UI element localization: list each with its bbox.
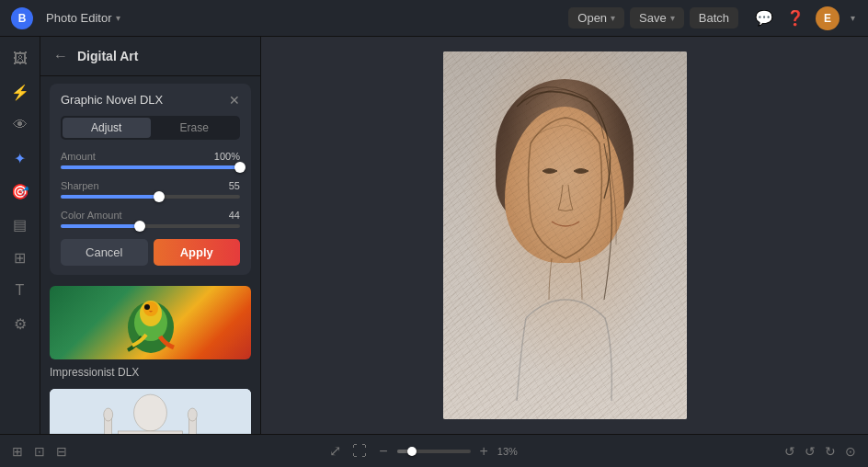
cancel-button[interactable]: Cancel [61, 239, 148, 266]
effect-thumbnail-impressionist [50, 286, 251, 359]
open-chevron-icon: ▾ [611, 13, 615, 23]
list-item[interactable]: Ink Wash DLX [50, 389, 251, 434]
parrot-svg [114, 290, 188, 355]
sharpen-value: 55 [229, 180, 240, 191]
bottom-left: ⊞ ⊡ ⊟ [9, 441, 70, 461]
panel-back-button[interactable]: ← [51, 46, 70, 66]
sidebar-photo-icon[interactable]: 🖼 [6, 44, 35, 74]
history-button[interactable]: ⊙ [842, 441, 859, 461]
amount-label: Amount [61, 151, 96, 162]
svg-point-8 [134, 394, 167, 431]
effect-close-button[interactable]: ✕ [229, 94, 240, 107]
color-amount-slider[interactable] [61, 224, 240, 228]
effect-card: Graphic Novel DLX ✕ Adjust Erase Amount … [50, 84, 251, 275]
zoom-out-button[interactable]: − [375, 441, 391, 461]
amount-slider[interactable] [61, 165, 240, 169]
sidebar-effects-icon[interactable]: ✦ [6, 143, 35, 173]
sidebar-ai-icon[interactable]: 🎯 [6, 177, 35, 206]
effect-list: Impressionist DLX [40, 282, 260, 434]
list-item[interactable]: Impressionist DLX [50, 286, 251, 380]
avatar-chevron-icon[interactable]: ▾ [849, 11, 857, 25]
app-name-button[interactable]: Photo Editor ▾ [40, 8, 126, 28]
sidebar-layers-icon[interactable]: ▤ [6, 210, 35, 239]
sharpen-slider-thumb[interactable] [154, 191, 165, 202]
amount-slider-row: Amount 100% [61, 151, 240, 162]
icon-sidebar: 🖼 ⚡ 👁 ✦ 🎯 ▤ ⊞ T ⚙ [0, 37, 40, 434]
avatar[interactable]: E [816, 6, 839, 30]
sharpen-slider[interactable] [61, 195, 240, 199]
zoom-slider[interactable] [397, 450, 471, 453]
taj-thumb [50, 389, 251, 434]
topbar-actions: Open ▾ Save ▾ Batch [568, 7, 738, 28]
color-amount-slider-fill [61, 224, 140, 228]
color-amount-slider-row: Color Amount 44 [61, 210, 240, 221]
taj-svg [50, 389, 251, 434]
topbar: B Photo Editor ▾ Open ▾ Save ▾ Batch 💬 ❓… [0, 0, 868, 37]
effect-card-title: Graphic Novel DLX [61, 93, 163, 107]
grid-button[interactable]: ⊟ [53, 441, 70, 461]
chat-icon-button[interactable]: 💬 [753, 7, 775, 28]
color-amount-label: Color Amount [61, 210, 122, 221]
open-button[interactable]: Open ▾ [568, 7, 624, 28]
tab-erase[interactable]: Erase [151, 118, 239, 138]
amount-slider-fill [61, 165, 240, 169]
sidebar-eye-icon[interactable]: 👁 [6, 110, 35, 140]
canvas-area [261, 37, 868, 434]
amount-slider-thumb[interactable] [234, 162, 246, 173]
bottom-center: ⤢ ⛶ − + 13% [326, 439, 525, 462]
panel-title: Digital Art [77, 49, 138, 63]
svg-rect-13 [119, 431, 183, 434]
color-amount-value: 44 [229, 210, 240, 221]
transform-button[interactable]: ⊡ [31, 441, 48, 461]
batch-button[interactable]: Batch [690, 7, 738, 28]
sidebar-adjust-icon[interactable]: ⚡ [6, 77, 35, 107]
refresh-button[interactable]: ↺ [782, 441, 798, 461]
zoom-in-button[interactable]: + [476, 441, 492, 461]
crop-button[interactable]: ⛶ [349, 440, 370, 462]
save-chevron-icon: ▾ [670, 13, 675, 23]
canvas-image [443, 51, 687, 419]
amount-value: 100% [214, 151, 240, 162]
sketch-overlay [443, 51, 687, 419]
zoom-slider-thumb[interactable] [407, 447, 417, 456]
bottom-right: ↺ ↺ ↻ ⊙ [782, 441, 859, 461]
portrait-bg [443, 51, 687, 419]
fit-screen-button[interactable]: ⤢ [326, 439, 344, 462]
sidebar-grid-icon[interactable]: ⊞ [6, 243, 35, 272]
parrot-thumb [50, 286, 251, 359]
sidebar-tools-icon[interactable]: ⚙ [6, 309, 35, 338]
app-chevron-icon: ▾ [116, 13, 120, 23]
sidebar-text-icon[interactable]: T [6, 276, 35, 305]
apply-button[interactable]: Apply [154, 239, 241, 266]
app-name-label: Photo Editor [46, 11, 112, 25]
bottombar: ⊞ ⊡ ⊟ ⤢ ⛶ − + 13% ↺ ↺ ↻ ⊙ [0, 434, 868, 467]
tab-adjust[interactable]: Adjust [63, 118, 151, 138]
sharpen-slider-fill [61, 195, 159, 199]
svg-point-4 [144, 304, 150, 310]
effect-actions: Cancel Apply [61, 239, 240, 266]
sharpen-label: Sharpen [61, 180, 99, 191]
main-area: 🖼 ⚡ 👁 ✦ 🎯 ▤ ⊞ T ⚙ ← Digital Art Graphic … [0, 37, 868, 434]
effect-label: Impressionist DLX [50, 366, 139, 379]
effect-tabs: Adjust Erase [61, 116, 240, 140]
effect-thumbnail-inkwash [50, 389, 251, 434]
svg-point-12 [188, 408, 197, 421]
zoom-value: 13% [497, 446, 525, 457]
help-icon-button[interactable]: ❓ [784, 7, 806, 28]
layers-button[interactable]: ⊞ [9, 441, 26, 461]
color-amount-slider-thumb[interactable] [134, 221, 145, 232]
app-logo: B [11, 7, 33, 29]
topbar-icon-group: 💬 ❓ E ▾ [753, 6, 857, 30]
svg-point-10 [104, 408, 113, 421]
panel: ← Digital Art Graphic Novel DLX ✕ Adjust… [40, 37, 261, 434]
undo-button[interactable]: ↺ [802, 441, 818, 461]
sharpen-slider-row: Sharpen 55 [61, 180, 240, 191]
save-button[interactable]: Save ▾ [630, 7, 684, 28]
redo-button[interactable]: ↻ [822, 441, 839, 461]
effect-card-header: Graphic Novel DLX ✕ [61, 93, 240, 107]
panel-header: ← Digital Art [40, 37, 260, 76]
